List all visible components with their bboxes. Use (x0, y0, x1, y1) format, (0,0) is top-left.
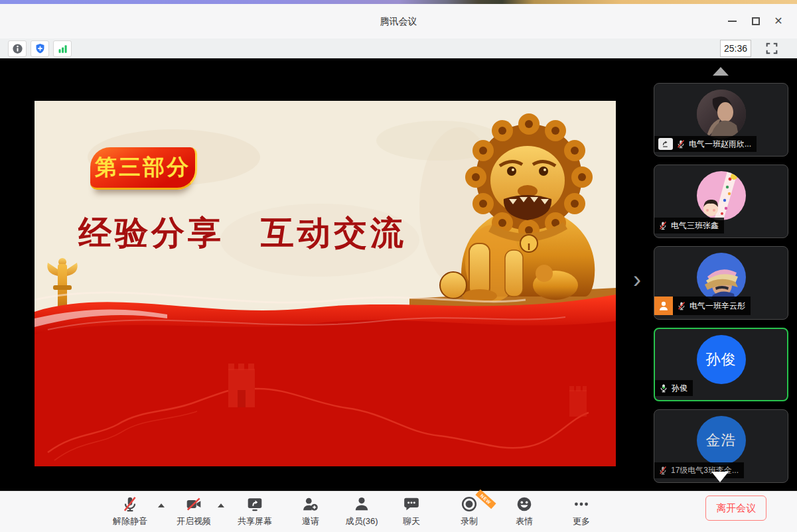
unmute-label: 解除静音 (113, 515, 147, 527)
avatar (697, 90, 746, 139)
more-button[interactable]: 更多 (558, 496, 605, 527)
invite-icon (302, 496, 319, 513)
more-icon (573, 496, 590, 513)
start-video-button[interactable]: 开启视频 (171, 496, 217, 527)
role-badge (654, 297, 673, 315)
members-button[interactable]: 成员(36) (338, 496, 385, 527)
start-video-label: 开启视频 (177, 515, 211, 527)
chat-button[interactable]: 聊天 (388, 496, 435, 527)
avatar-photo (697, 171, 746, 220)
name-bar: 电气一班赵雨欣... (654, 136, 757, 152)
emoji-button[interactable]: 表情 (501, 496, 547, 527)
record-label: 录制 (461, 515, 478, 527)
share-screen-label: 共享屏幕 (238, 515, 272, 527)
participant-tile[interactable]: 电气一班辛云彤 (654, 246, 788, 320)
meeting-timer: 25:36 (720, 40, 751, 57)
avatar-photo (697, 253, 746, 302)
participant-tile[interactable]: 电气三班张鑫 (654, 165, 788, 238)
status-bar (0, 38, 797, 58)
chat-icon (403, 496, 420, 513)
shield-plus-icon (34, 42, 46, 55)
mic-muted-icon (677, 301, 686, 310)
share-screen-button[interactable]: 共享屏幕 (232, 496, 278, 527)
slide-title: 经验分享 互动交流 (78, 211, 476, 255)
more-label: 更多 (573, 515, 590, 527)
record-icon (461, 496, 478, 513)
participant-tile-active[interactable]: 孙俊 孙俊 (654, 328, 788, 401)
members-icon (353, 496, 370, 513)
meeting-security-button[interactable] (31, 40, 49, 57)
screen-sharing-badge (658, 138, 673, 150)
emoji-icon (516, 496, 533, 513)
scroll-down-arrow[interactable] (711, 472, 729, 482)
next-page-chevron[interactable]: › (633, 268, 641, 292)
meeting-toolbar: 解除静音 开启视频 共享屏幕 邀请 (0, 491, 797, 532)
mic-muted-icon (121, 496, 139, 513)
participant-tile[interactable]: 电气一班赵雨欣... (654, 83, 788, 157)
chat-label: 聊天 (403, 515, 420, 527)
unmute-button[interactable]: 解除静音 (107, 496, 153, 527)
signal-bars-icon (56, 42, 69, 55)
participant-name: 电气一班辛云彤 (689, 300, 745, 312)
avatar-photo (697, 90, 746, 139)
meeting-info-button[interactable] (8, 40, 27, 57)
avatar (697, 253, 746, 302)
timer-value: 25:36 (724, 43, 747, 54)
members-label: 成员(36) (345, 515, 378, 527)
camera-muted-icon (185, 496, 202, 513)
new-feature-badge: NEW (475, 490, 496, 509)
mic-muted-icon (658, 221, 668, 230)
avatar-initials: 金浩 (697, 416, 746, 465)
minimize-button[interactable] (722, 13, 742, 29)
fullscreen-button[interactable] (762, 40, 780, 57)
share-screen-icon (246, 496, 263, 513)
record-button[interactable]: NEW 录制 (446, 496, 492, 527)
slide-section-badge: 第三部分 (90, 147, 197, 190)
close-icon: ✕ (774, 16, 782, 27)
name-bar: 电气三班张鑫 (654, 218, 724, 233)
window-title: 腾讯会议 (0, 4, 797, 38)
avatar-initials: 孙俊 (697, 335, 746, 384)
mic-muted-icon (658, 466, 668, 475)
shared-slide: 第三部分 经验分享 互动交流 (35, 101, 616, 466)
mic-options-chevron[interactable] (158, 503, 165, 507)
person-icon (658, 300, 670, 312)
maximize-button[interactable] (746, 13, 766, 29)
mic-active-icon (659, 383, 668, 393)
mic-muted-icon (676, 139, 686, 149)
participant-name: 电气三班张鑫 (671, 220, 719, 232)
minimize-icon (728, 21, 737, 22)
name-bar: 孙俊 (655, 380, 693, 396)
name-bar: 电气一班辛云彤 (654, 297, 751, 315)
close-button[interactable]: ✕ (768, 13, 788, 29)
share-arrow-icon (661, 139, 670, 149)
participant-name: 孙俊 (672, 383, 688, 394)
titlebar: 腾讯会议 (0, 4, 797, 38)
invite-label: 邀请 (302, 515, 319, 527)
participant-name: 电气一班赵雨欣... (689, 139, 751, 150)
video-options-chevron[interactable] (218, 503, 224, 507)
maximize-icon (752, 17, 760, 25)
network-quality-button[interactable] (53, 40, 72, 57)
name-bar: 17级电气3班李金... (654, 462, 744, 478)
scroll-up-arrow[interactable] (713, 67, 729, 76)
leave-meeting-button[interactable]: 离开会议 (705, 496, 766, 521)
avatar (697, 171, 746, 220)
emoji-label: 表情 (516, 515, 533, 527)
invite-button[interactable]: 邀请 (287, 496, 334, 527)
info-icon (11, 42, 24, 55)
fullscreen-icon (764, 41, 779, 56)
